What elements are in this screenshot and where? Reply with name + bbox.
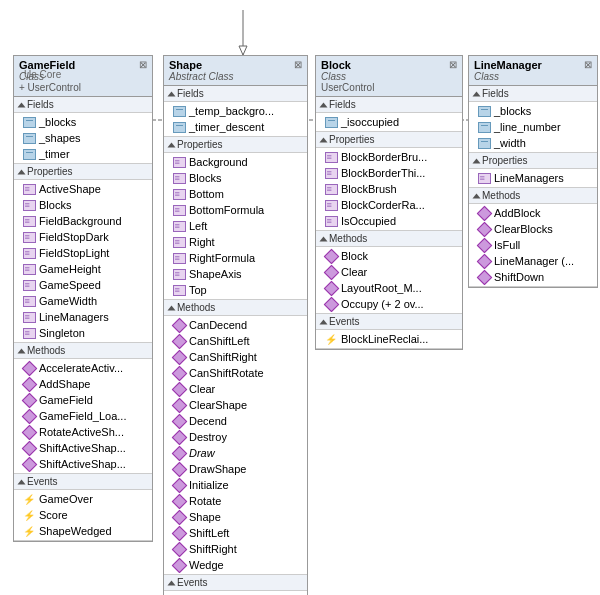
prop-icon bbox=[325, 216, 338, 227]
method-icon bbox=[171, 381, 187, 397]
linemanager-collapse-icon[interactable]: ⊠ bbox=[584, 59, 592, 70]
method-icon bbox=[21, 360, 37, 376]
block-collapse-icon[interactable]: ⊠ bbox=[449, 59, 457, 70]
item-label: AddShape bbox=[39, 378, 90, 390]
method-icon bbox=[171, 349, 187, 365]
block-events-tri bbox=[320, 319, 328, 324]
gamefield-collapse-icon[interactable]: ⊠ bbox=[139, 59, 147, 70]
item-label: ShiftActiveShap... bbox=[39, 442, 126, 454]
item-label: Left bbox=[189, 220, 207, 232]
item-label: Destroy bbox=[189, 431, 227, 443]
list-item: Score bbox=[14, 507, 152, 523]
item-label: LayoutRoot_M... bbox=[341, 282, 422, 294]
list-item: Clear bbox=[164, 381, 307, 397]
block-fields-tri bbox=[320, 102, 328, 107]
block-methods-label: Methods bbox=[329, 233, 367, 244]
item-label: Occupy (+ 2 ov... bbox=[341, 298, 424, 310]
block-fields-items: _isoccupied bbox=[316, 113, 462, 131]
list-item: _line_number bbox=[469, 119, 597, 135]
shape-fields-items: _temp_backgro... _timer_descent bbox=[164, 102, 307, 136]
item-label: FieldStopLight bbox=[39, 247, 109, 259]
linemanager-properties-header: Properties bbox=[469, 153, 597, 169]
prop-icon bbox=[173, 205, 186, 216]
list-item: Decend bbox=[164, 413, 307, 429]
prop-icon bbox=[173, 189, 186, 200]
method-icon bbox=[21, 456, 37, 472]
linemanager-methods-tri bbox=[473, 193, 481, 198]
block-properties-items: BlockBorderBru... BlockBorderThi... Bloc… bbox=[316, 148, 462, 230]
list-item: Occupy (+ 2 ov... bbox=[316, 296, 462, 312]
shape-fields-tri bbox=[168, 91, 176, 96]
prop-icon bbox=[325, 184, 338, 195]
field-icon bbox=[23, 117, 36, 128]
prop-icon bbox=[23, 184, 36, 195]
shape-methods-header: Methods bbox=[164, 300, 307, 316]
list-item: LineManagers bbox=[14, 309, 152, 325]
ue-core-label: Ue Core bbox=[24, 69, 61, 80]
list-item: AccelerateActiv... bbox=[14, 360, 152, 376]
block-properties-label: Properties bbox=[329, 134, 375, 145]
item-label: ClearShape bbox=[189, 399, 247, 411]
list-item: LineManager (... bbox=[469, 253, 597, 269]
item-label: Blocks bbox=[189, 172, 221, 184]
block-box: Block Class UserControl ⊠ Fields _isoccu… bbox=[315, 55, 463, 350]
item-label: Decend bbox=[189, 415, 227, 427]
list-item: RotateActiveSh... bbox=[14, 424, 152, 440]
list-item: ClearShape bbox=[164, 397, 307, 413]
block-title: Block bbox=[321, 59, 374, 71]
gamefield-methods-tri bbox=[18, 348, 26, 353]
item-label: ShiftActiveShap... bbox=[39, 458, 126, 470]
list-item: Shape bbox=[164, 509, 307, 525]
field-icon bbox=[173, 122, 186, 133]
item-label: BlockCorderRa... bbox=[341, 199, 425, 211]
shape-collapse-icon[interactable]: ⊠ bbox=[294, 59, 302, 70]
list-item: AddBlock bbox=[469, 205, 597, 221]
event-icon bbox=[22, 492, 36, 506]
item-label: GameOver bbox=[39, 493, 93, 505]
shape-properties-header: Properties bbox=[164, 137, 307, 153]
list-item: Destroy bbox=[164, 429, 307, 445]
item-label: IsOccupied bbox=[341, 215, 396, 227]
list-item: GameOver bbox=[14, 491, 152, 507]
shape-events-items: Deleted Rotated Wedged bbox=[164, 591, 307, 595]
field-icon bbox=[23, 149, 36, 160]
prop-icon bbox=[23, 312, 36, 323]
shape-events-tri bbox=[168, 580, 176, 585]
field-icon bbox=[23, 133, 36, 144]
linemanager-fields-tri bbox=[473, 91, 481, 96]
list-item: Right bbox=[164, 234, 307, 250]
linemanager-methods-label: Methods bbox=[482, 190, 520, 201]
item-label: Singleton bbox=[39, 327, 85, 339]
list-item: GameSpeed bbox=[14, 277, 152, 293]
list-item: DrawShape bbox=[164, 461, 307, 477]
list-item: CanDecend bbox=[164, 317, 307, 333]
item-label: Draw bbox=[189, 447, 215, 459]
list-item: Rotate bbox=[164, 493, 307, 509]
block-events-label: Events bbox=[329, 316, 360, 327]
linemanager-fields-header: Fields bbox=[469, 86, 597, 102]
item-label: GameWidth bbox=[39, 295, 97, 307]
shape-events-section: Events Deleted Rotated Wedged bbox=[164, 575, 307, 595]
shape-subtitle: Abstract Class bbox=[169, 71, 233, 82]
prop-icon bbox=[23, 200, 36, 211]
prop-icon bbox=[325, 168, 338, 179]
shape-events-header: Events bbox=[164, 575, 307, 591]
list-item: BlockLineReclai... bbox=[316, 331, 462, 347]
gamefield-events-items: GameOver Score ShapeWedged bbox=[14, 490, 152, 540]
item-label: _shapes bbox=[39, 132, 81, 144]
list-item: BlockBorderBru... bbox=[316, 149, 462, 165]
item-label: ShapeWedged bbox=[39, 525, 112, 537]
method-icon bbox=[171, 413, 187, 429]
block-extends: UserControl bbox=[321, 82, 374, 93]
gamefield-box: GameField Class + UserControl ⊠ Fields _… bbox=[13, 55, 153, 542]
shape-box: Shape Abstract Class ⊠ Fields _temp_back… bbox=[163, 55, 308, 595]
list-item: GameWidth bbox=[14, 293, 152, 309]
linemanager-header: LineManager Class ⊠ bbox=[469, 56, 597, 86]
linemanager-box: LineManager Class ⊠ Fields _blocks _line… bbox=[468, 55, 598, 288]
block-properties-section: Properties BlockBorderBru... BlockBorder… bbox=[316, 132, 462, 231]
list-item: _timer_descent bbox=[164, 119, 307, 135]
item-label: Blocks bbox=[39, 199, 71, 211]
item-label: _blocks bbox=[39, 116, 76, 128]
field-icon bbox=[478, 122, 491, 133]
block-properties-header: Properties bbox=[316, 132, 462, 148]
